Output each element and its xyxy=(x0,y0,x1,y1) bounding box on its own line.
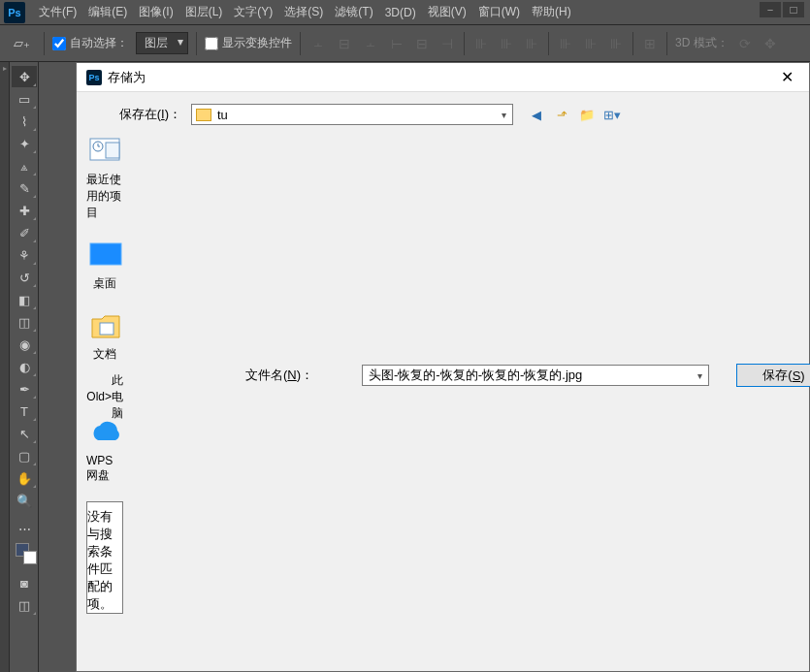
place-thispc[interactable]: Old> 此电脑 WPS网盘 xyxy=(86,380,123,484)
type-tool[interactable]: T xyxy=(12,400,37,422)
desktop-icon xyxy=(86,239,123,272)
crop-tool[interactable]: ⟁ xyxy=(12,155,37,176)
up-button[interactable]: ⬏ xyxy=(552,105,571,124)
gradient-tool[interactable]: ◫ xyxy=(12,311,37,333)
magic-wand-tool[interactable]: ✦ xyxy=(12,133,37,154)
divider xyxy=(548,32,549,55)
filename-combobox[interactable]: 头图-恢复的-恢复的-恢复的-恢复的.jpg ▾ xyxy=(362,365,709,386)
distribute-icon: ⊪ xyxy=(607,36,625,51)
eyedropper-tool[interactable]: ✎ xyxy=(12,177,37,199)
menu-filter[interactable]: 滤镜(T) xyxy=(329,4,378,20)
align-left-icon: ⊢ xyxy=(388,36,405,51)
divider xyxy=(300,32,301,55)
stamp-tool[interactable]: ⚘ xyxy=(12,244,37,266)
svg-rect-2 xyxy=(106,143,119,158)
places-bar: 最近使用的项目 桌面 文档 Old> xyxy=(86,135,123,614)
new-folder-button[interactable]: 📁 xyxy=(577,105,597,124)
lasso-tool[interactable]: ⌇ xyxy=(12,111,37,132)
edit-toolbar[interactable]: ⋯ xyxy=(12,518,37,539)
folder-icon xyxy=(196,109,211,121)
pc-icon: Old> 此电脑 xyxy=(86,380,123,413)
blur-tool[interactable]: ◉ xyxy=(12,334,37,355)
auto-select-checkbox[interactable]: 自动选择： xyxy=(52,35,128,51)
close-button[interactable]: ✕ xyxy=(775,68,799,86)
pan-icon[interactable]: ✥ xyxy=(761,36,779,51)
place-label: 此电脑 xyxy=(112,372,123,422)
show-transform-checkbox[interactable]: 显示变换控件 xyxy=(205,35,292,51)
align-vcenter-icon: ⊟ xyxy=(336,36,353,51)
eraser-tool[interactable]: ◧ xyxy=(12,289,37,310)
move-tool[interactable]: ✥ xyxy=(12,66,37,87)
marquee-tool[interactable]: ▭ xyxy=(12,88,37,110)
orbit-icon[interactable]: ⟳ xyxy=(736,36,754,51)
place-label: 桌面 xyxy=(93,275,116,292)
documents-icon xyxy=(86,309,123,342)
shape-tool[interactable]: ▢ xyxy=(12,445,37,466)
divider xyxy=(666,32,667,55)
tools-panel: ✥ ▭ ⌇ ✦ ⟁ ✎ ✚ ✐ ⚘ ↺ ◧ ◫ ◉ ◐ ✒ T ↖ ▢ ✋ 🔍 … xyxy=(10,62,39,672)
auto-select-label: 自动选择： xyxy=(70,35,128,51)
distribute-icon: ⊪ xyxy=(498,36,515,51)
divider xyxy=(44,32,45,55)
dodge-tool[interactable]: ◐ xyxy=(12,356,37,377)
show-transform-label: 显示变换控件 xyxy=(222,35,292,51)
back-button[interactable]: ◀ xyxy=(527,105,546,124)
pen-tool[interactable]: ✒ xyxy=(12,378,37,400)
healing-tool[interactable]: ✚ xyxy=(12,200,37,221)
save-button[interactable]: 保存(S) xyxy=(736,364,810,387)
menu-select[interactable]: 选择(S) xyxy=(278,4,329,20)
menu-file[interactable]: 文件(F) xyxy=(33,4,82,20)
menu-edit[interactable]: 编辑(E) xyxy=(82,4,133,20)
dialog-app-icon: Ps xyxy=(86,70,102,85)
menu-3d[interactable]: 3D(D) xyxy=(379,6,422,19)
restore-button[interactable]: □ xyxy=(783,2,804,17)
menu-window[interactable]: 窗口(W) xyxy=(472,4,526,20)
save-as-dialog: Ps 存储为 ✕ 保存在(I)： tu ▾ ◀ ⬏ 📁 ⊞▾ xyxy=(76,62,810,672)
recent-icon xyxy=(86,135,123,168)
screenmode-tool[interactable]: ◫ xyxy=(12,594,37,616)
filename-label: 文件名(N)： xyxy=(245,367,362,384)
hand-tool[interactable]: ✋ xyxy=(12,467,37,489)
place-wps[interactable]: WPS网盘 xyxy=(86,417,123,484)
filename-value: 头图-恢复的-恢复的-恢复的-恢复的.jpg xyxy=(369,367,582,384)
save-in-label: 保存在(I)： xyxy=(86,106,191,123)
menu-view[interactable]: 视图(V) xyxy=(422,4,472,20)
svg-rect-3 xyxy=(90,243,121,265)
menu-help[interactable]: 帮助(H) xyxy=(526,4,577,20)
place-desktop[interactable]: 桌面 xyxy=(86,239,123,292)
menu-type[interactable]: 文字(Y) xyxy=(228,4,278,20)
menu-layer[interactable]: 图层(L) xyxy=(179,4,229,20)
show-transform-input[interactable] xyxy=(205,37,218,50)
place-documents[interactable]: 文档 xyxy=(86,309,123,363)
auto-select-input[interactable] xyxy=(52,37,66,50)
menu-image[interactable]: 图像(I) xyxy=(133,4,178,20)
layer-dropdown[interactable]: 图层 xyxy=(136,32,188,54)
path-select-tool[interactable]: ↖ xyxy=(12,423,37,444)
distribute-icon: ⊪ xyxy=(557,36,574,51)
view-menu-button[interactable]: ⊞▾ xyxy=(602,105,622,124)
folder-name: tu xyxy=(217,108,228,122)
move-tool-icon: ▱₊ xyxy=(8,36,36,50)
color-swatches[interactable] xyxy=(12,543,36,568)
history-brush-tool[interactable]: ↺ xyxy=(12,267,37,288)
file-listing[interactable]: 没有与搜索条件匹配的项。 xyxy=(86,501,123,614)
folder-combobox[interactable]: tu ▾ xyxy=(191,104,513,125)
toolbar-expand-handle[interactable]: ▸ xyxy=(0,62,10,672)
place-label: WPS网盘 xyxy=(86,454,123,484)
empty-message: 没有与搜索条件匹配的项。 xyxy=(87,508,122,613)
quickmask-tool[interactable]: ◙ xyxy=(12,572,37,593)
options-bar: ▱₊ 自动选择： 图层 显示变换控件 ⫠ ⊟ ⫠ ⊢ ⊟ ⊣ ⊪ ⊪ ⊪ ⊪ ⊪… xyxy=(0,25,810,62)
dialog-title: 存储为 xyxy=(108,69,775,86)
minimize-button[interactable]: － xyxy=(760,2,781,17)
zoom-tool[interactable]: 🔍 xyxy=(12,490,37,511)
background-swatch[interactable] xyxy=(23,551,37,564)
align-right-icon: ⊣ xyxy=(438,36,456,51)
divider xyxy=(632,32,633,55)
svg-rect-5 xyxy=(100,323,113,335)
brush-tool[interactable]: ✐ xyxy=(12,222,37,243)
main-menubar: Ps 文件(F) 编辑(E) 图像(I) 图层(L) 文字(Y) 选择(S) 滤… xyxy=(0,0,810,25)
divider xyxy=(464,32,465,55)
place-label: 最近使用的项目 xyxy=(86,172,123,221)
place-recent[interactable]: 最近使用的项目 xyxy=(86,135,123,221)
distribute-icon: ⊪ xyxy=(472,36,490,51)
